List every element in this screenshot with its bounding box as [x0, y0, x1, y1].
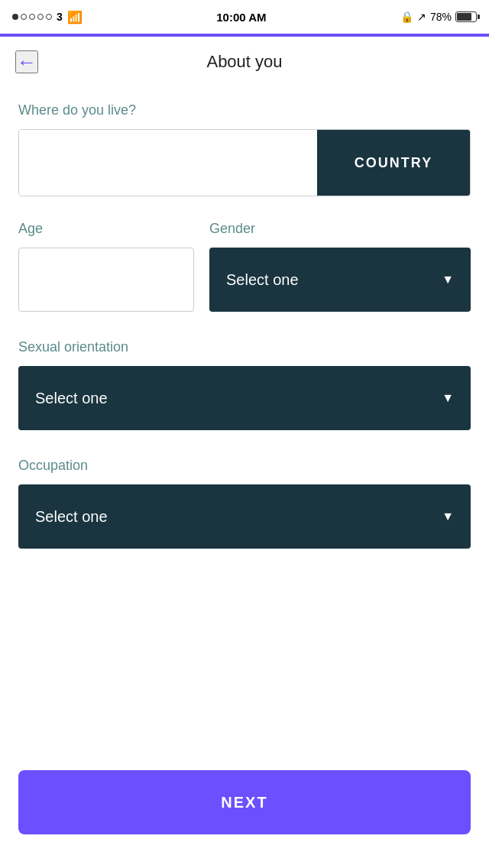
occupation-select-text: Select one	[35, 508, 108, 526]
country-field: COUNTRY	[18, 129, 471, 196]
gender-label: Gender	[209, 221, 471, 237]
country-button[interactable]: COUNTRY	[317, 130, 470, 196]
occupation-chevron-icon: ▼	[442, 510, 454, 523]
occupation-dropdown[interactable]: Select one ▼	[18, 484, 471, 549]
status-right: 🔒 ↗ 78%	[400, 11, 477, 23]
sexual-orientation-select-text: Select one	[35, 390, 108, 407]
sexual-orientation-section: Sexual orientation Select one ▼	[18, 339, 471, 430]
occupation-section: Occupation Select one ▼	[18, 458, 471, 549]
age-input[interactable]	[18, 248, 194, 312]
age-label: Age	[18, 221, 194, 237]
dot-5	[46, 14, 52, 20]
age-gender-row: Age Gender Select one ▼	[18, 221, 471, 312]
gender-group: Gender Select one ▼	[209, 221, 471, 312]
header: ← About you	[0, 37, 489, 79]
location-icon: ↗	[417, 11, 426, 23]
status-bar: 3 📶 10:00 AM 🔒 ↗ 78%	[0, 0, 489, 34]
carrier-label: 3	[57, 11, 63, 23]
battery-fill	[457, 13, 471, 21]
status-left: 3 📶	[12, 10, 83, 24]
age-group: Age	[18, 221, 194, 312]
back-button[interactable]: ←	[15, 50, 38, 73]
sexual-orientation-label: Sexual orientation	[18, 339, 471, 355]
battery-percent: 78%	[430, 11, 452, 23]
dot-2	[21, 14, 27, 20]
lock-icon: 🔒	[400, 11, 413, 23]
gender-dropdown[interactable]: Select one ▼	[209, 248, 471, 312]
country-text-input[interactable]	[19, 130, 317, 196]
content: Where do you live? COUNTRY Age Gender Se…	[0, 79, 489, 549]
dot-3	[29, 14, 35, 20]
signal-dots	[12, 14, 52, 20]
gender-chevron-icon: ▼	[442, 273, 454, 287]
page-title: About you	[206, 52, 282, 72]
sexual-orientation-dropdown[interactable]: Select one ▼	[18, 366, 471, 430]
where-label: Where do you live?	[18, 102, 471, 118]
battery-icon	[455, 11, 477, 22]
sexual-orientation-chevron-icon: ▼	[442, 391, 454, 405]
gender-select-text: Select one	[226, 271, 299, 289]
next-btn-wrapper: NEXT	[18, 770, 471, 834]
wifi-icon: 📶	[67, 10, 83, 24]
status-time: 10:00 AM	[216, 11, 266, 24]
occupation-label: Occupation	[18, 458, 471, 474]
dot-4	[37, 14, 44, 20]
dot-1	[12, 14, 18, 20]
next-button[interactable]: NEXT	[18, 770, 471, 834]
